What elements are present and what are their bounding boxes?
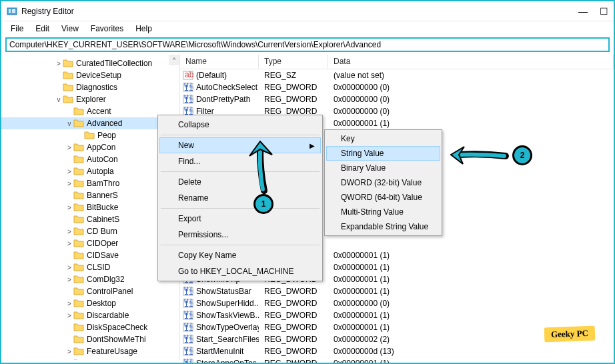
tree-item[interactable]: DiskSpaceCheck bbox=[1, 321, 179, 333]
tree-twisty-icon[interactable]: > bbox=[65, 348, 73, 355]
submenu-key[interactable]: Key bbox=[326, 131, 440, 146]
value-name: (Default) bbox=[196, 71, 227, 80]
ctx-copy-key[interactable]: Copy Key Name bbox=[159, 247, 321, 263]
menu-file[interactable]: File bbox=[5, 23, 29, 35]
tree-item[interactable]: >CD Burn bbox=[1, 225, 179, 237]
col-header-name[interactable]: Name bbox=[180, 55, 259, 69]
tree-item[interactable]: >Autopla bbox=[1, 165, 179, 177]
tree-item[interactable]: vAdvanced bbox=[1, 117, 179, 129]
value-data: 0x00000001 (1) bbox=[328, 359, 614, 364]
menu-edit[interactable]: Edit bbox=[30, 23, 55, 35]
tree-item-label: Accent bbox=[87, 107, 111, 116]
tree-item-label: CIDSave bbox=[87, 251, 119, 260]
tree-twisty-icon[interactable]: > bbox=[65, 264, 73, 271]
value-name: ShowSuperHidd... bbox=[196, 299, 259, 308]
tree-twisty-icon[interactable]: > bbox=[65, 312, 73, 319]
title-bar: Registry Editor — ☐ bbox=[1, 1, 614, 21]
tree-item[interactable]: CIDSave bbox=[1, 249, 179, 261]
tree-twisty-icon[interactable]: > bbox=[55, 60, 63, 67]
svg-text:110: 110 bbox=[184, 359, 193, 364]
value-type: REG_DWORD bbox=[259, 347, 328, 356]
tree-twisty-icon[interactable]: > bbox=[65, 228, 73, 235]
tree-view[interactable]: ^ >CuratedTileCollectionDeviceSetupDiagn… bbox=[1, 55, 180, 360]
tree-twisty-icon[interactable]: v bbox=[55, 96, 63, 103]
list-row[interactable]: 011110StoreAppsOnTasREG_DWORD0x00000001 … bbox=[180, 357, 614, 364]
submenu-expand[interactable]: Expandable String Value bbox=[326, 219, 440, 234]
tree-item[interactable]: BannerS bbox=[1, 189, 179, 201]
tree-twisty-icon[interactable]: > bbox=[65, 300, 73, 307]
tree-item[interactable]: CabinetS bbox=[1, 213, 179, 225]
tree-item[interactable]: >Discardable bbox=[1, 309, 179, 321]
tree-twisty-icon[interactable]: v bbox=[65, 120, 73, 127]
tree-item-label: ControlPanel bbox=[87, 287, 133, 296]
list-row[interactable]: 011110ShowStatusBarREG_DWORD0x00000001 (… bbox=[180, 285, 614, 297]
list-row[interactable]: 011110StartMenuInitREG_DWORD0x0000000d (… bbox=[180, 345, 614, 357]
value-data: 0x00000000 (0) bbox=[328, 95, 614, 104]
submenu-arrow-icon: ▶ bbox=[310, 142, 315, 149]
tree-item-label: Advanced bbox=[87, 119, 122, 128]
svg-text:110: 110 bbox=[184, 287, 193, 296]
tree-twisty-icon[interactable]: > bbox=[65, 276, 73, 283]
list-row[interactable]: 011110ShowTaskViewB...REG_DWORD0x0000000… bbox=[180, 309, 614, 321]
svg-text:110: 110 bbox=[184, 311, 193, 320]
ctx-collapse[interactable]: Collapse bbox=[159, 117, 321, 133]
ctx-export[interactable]: Export bbox=[159, 211, 321, 227]
tree-twisty-icon[interactable]: > bbox=[65, 180, 73, 187]
tree-item[interactable]: Accent bbox=[1, 105, 179, 117]
svg-text:110: 110 bbox=[184, 347, 193, 356]
col-header-data[interactable]: Data bbox=[328, 55, 614, 69]
menu-view[interactable]: View bbox=[56, 23, 84, 35]
tree-item[interactable]: ControlPanel bbox=[1, 285, 179, 297]
tree-item[interactable]: >FileExts bbox=[1, 357, 179, 360]
tree-item-label: BamThro bbox=[87, 179, 119, 188]
tree-twisty-icon[interactable]: > bbox=[65, 204, 73, 211]
tree-item-label: AutoCon bbox=[87, 155, 118, 164]
tree-item-label: BannerS bbox=[87, 191, 118, 200]
tree-item[interactable]: >CIDOper bbox=[1, 237, 179, 249]
tree-twisty-icon[interactable]: > bbox=[65, 168, 73, 175]
tree-item[interactable]: >ComDlg32 bbox=[1, 273, 179, 285]
tree-item[interactable]: >BamThro bbox=[1, 177, 179, 189]
value-type: REG_DWORD bbox=[259, 287, 328, 296]
tree-item[interactable]: >AppCon bbox=[1, 141, 179, 153]
tree-item[interactable]: >CLSID bbox=[1, 261, 179, 273]
address-bar[interactable]: Computer\HKEY_CURRENT_USER\SOFTWARE\Micr… bbox=[5, 37, 610, 52]
value-type: REG_DWORD bbox=[259, 359, 328, 364]
tree-item[interactable]: vExplorer bbox=[1, 93, 179, 105]
tree-twisty-icon[interactable]: > bbox=[65, 360, 73, 361]
tree-item[interactable]: DeviceSetup bbox=[1, 69, 179, 81]
ctx-permissions[interactable]: Permissions... bbox=[159, 227, 321, 243]
scroll-up-button[interactable]: ^ bbox=[169, 55, 179, 65]
submenu-dword[interactable]: DWORD (32-bit) Value bbox=[326, 175, 440, 190]
maximize-button[interactable]: ☐ bbox=[600, 6, 608, 17]
tree-item[interactable]: >Desktop bbox=[1, 297, 179, 309]
tree-item[interactable]: DontShowMeThi bbox=[1, 333, 179, 345]
menu-bar: File Edit View Favorites Help bbox=[1, 21, 614, 36]
tree-item[interactable]: AutoCon bbox=[1, 153, 179, 165]
tree-item-label: Diagnostics bbox=[76, 83, 117, 92]
submenu-binary[interactable]: Binary Value bbox=[326, 161, 440, 175]
menu-favorites[interactable]: Favorites bbox=[85, 23, 129, 35]
minimize-button[interactable]: — bbox=[578, 6, 588, 17]
submenu-multi[interactable]: Multi-String Value bbox=[326, 205, 440, 219]
list-row[interactable]: 011110ShowSuperHidd...REG_DWORD0x0000000… bbox=[180, 297, 614, 309]
svg-rect-1 bbox=[9, 9, 11, 11]
submenu-qword[interactable]: QWORD (64-bit) Value bbox=[326, 190, 440, 205]
list-row[interactable]: 011110DontPrettyPathREG_DWORD0x00000000 … bbox=[180, 93, 614, 105]
tree-item[interactable]: Diagnostics bbox=[1, 81, 179, 93]
svg-text:110: 110 bbox=[184, 83, 193, 92]
menu-help[interactable]: Help bbox=[130, 23, 157, 35]
tree-item[interactable]: >FeatureUsage bbox=[1, 345, 179, 357]
tree-item[interactable]: >CuratedTileCollection bbox=[1, 57, 179, 69]
ctx-goto-hklm[interactable]: Go to HKEY_LOCAL_MACHINE bbox=[159, 263, 321, 279]
tree-twisty-icon[interactable]: > bbox=[65, 240, 73, 247]
submenu-string[interactable]: String Value bbox=[326, 146, 440, 161]
tree-item[interactable]: Peop bbox=[1, 129, 179, 141]
list-row[interactable]: 011110AutoCheckSelectREG_DWORD0x00000000… bbox=[180, 81, 614, 93]
col-header-type[interactable]: Type bbox=[259, 55, 328, 69]
tree-item[interactable]: >BitBucke bbox=[1, 201, 179, 213]
ctx-separator bbox=[161, 245, 320, 245]
regedit-icon bbox=[7, 6, 17, 17]
tree-twisty-icon[interactable]: > bbox=[65, 144, 73, 151]
list-row[interactable]: ab(Default)REG_SZ(value not set) bbox=[180, 69, 614, 81]
